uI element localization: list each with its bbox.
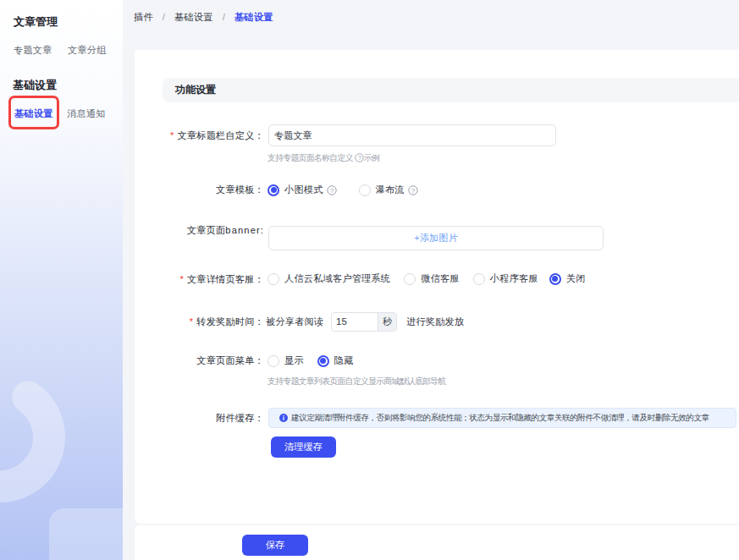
svg-text:?: ? <box>411 186 415 194</box>
svg-text:?: ? <box>358 155 361 161</box>
svg-text:?: ? <box>329 186 334 194</box>
